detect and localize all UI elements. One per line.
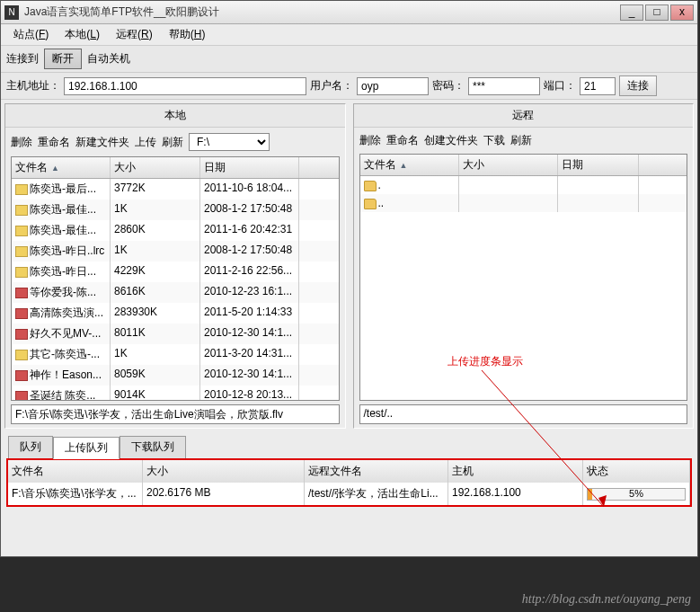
user-label: 用户名：: [310, 78, 353, 93]
tool-重命名[interactable]: 重命名: [38, 135, 70, 150]
table-row[interactable]: 其它-陈奕迅-...1K2011-3-20 14:31...: [12, 344, 339, 365]
col-header[interactable]: 大小: [459, 155, 558, 175]
remote-pane-title: 远程: [354, 104, 694, 128]
table-row[interactable]: 神作！Eason...8059K2010-12-30 14:1...: [12, 365, 339, 386]
col-header[interactable]: 文件名▲: [360, 155, 459, 175]
tool-新建文件夹[interactable]: 新建文件夹: [75, 135, 129, 150]
tool-刷新[interactable]: 刷新: [162, 135, 183, 150]
tool-下载[interactable]: 下载: [483, 133, 505, 148]
disconnect-button[interactable]: 断开: [44, 49, 82, 69]
tool-重命名[interactable]: 重命名: [386, 133, 419, 148]
queue-size: 202.6176 MB: [143, 483, 305, 505]
col-header[interactable]: 日期: [200, 157, 299, 178]
queue-col-header[interactable]: 远程文件名: [305, 460, 448, 483]
menu-站点[interactable]: 站点(F): [8, 25, 54, 44]
minimize-button[interactable]: _: [620, 4, 643, 21]
autoshutdown-label[interactable]: 自动关机: [87, 51, 130, 67]
upload-progress-bar: 5%: [587, 488, 686, 501]
menu-本地[interactable]: 本地(L): [59, 25, 105, 44]
menu-帮助[interactable]: 帮助(H): [164, 25, 211, 44]
menu-远程[interactable]: 远程(R): [111, 25, 158, 44]
table-row[interactable]: 等你爱我-陈...8616K2010-12-23 16:1...: [12, 282, 339, 303]
queue-col-header[interactable]: 文件名: [8, 460, 143, 483]
port-input[interactable]: [580, 77, 616, 95]
table-row[interactable]: .: [360, 176, 687, 194]
host-input[interactable]: [64, 77, 306, 95]
queue-col-header[interactable]: 主机: [448, 460, 583, 483]
drive-select[interactable]: F:\: [189, 133, 270, 151]
file-icon: [15, 350, 28, 360]
connect-button[interactable]: 连接: [619, 75, 657, 96]
file-icon: [15, 184, 28, 195]
file-icon: [15, 267, 28, 278]
tool-删除[interactable]: 删除: [359, 133, 381, 148]
queue-col-header[interactable]: 状态: [583, 460, 690, 483]
table-row[interactable]: 陈奕迅-最佳...1K2008-1-2 17:50:48: [12, 200, 339, 220]
file-icon: [364, 181, 377, 191]
queue-remote-name: /test//张学友，活出生命Li...: [305, 483, 448, 505]
file-icon: [364, 199, 377, 209]
app-icon: N: [4, 5, 19, 20]
file-icon: [15, 391, 28, 401]
col-header[interactable]: 大小: [111, 157, 200, 178]
file-icon: [15, 370, 28, 381]
file-icon: [15, 288, 28, 298]
local-pane-title: 本地: [5, 104, 345, 128]
close-button[interactable]: x: [670, 4, 694, 21]
pass-label: 密码：: [432, 78, 465, 93]
file-icon: [15, 226, 28, 236]
queue-host: 192.168.1.100: [448, 483, 583, 505]
col-header[interactable]: 文件名▲: [12, 157, 111, 178]
table-row[interactable]: 高清陈奕迅演...283930K2011-5-20 1:14:33: [12, 303, 339, 324]
file-icon: [15, 308, 28, 319]
table-row[interactable]: 好久不见MV-...8011K2010-12-30 14:1...: [12, 324, 339, 344]
tool-删除[interactable]: 删除: [11, 135, 32, 150]
table-row[interactable]: 圣诞结 陈奕...9014K2010-12-8 20:13...: [12, 386, 339, 401]
queue-filename: F:\音乐\陈奕迅\张学友，...: [8, 483, 143, 505]
tool-创建文件夹[interactable]: 创建文件夹: [424, 133, 478, 148]
pass-input[interactable]: [468, 77, 540, 95]
user-input[interactable]: [357, 77, 429, 95]
col-header[interactable]: 日期: [558, 155, 639, 175]
file-icon: [15, 246, 28, 257]
watermark: http://blog.csdn.net/ouyang_peng: [522, 592, 691, 607]
window-title: Java语言实现简单FTP软件__欧阳鹏设计: [24, 4, 620, 20]
queue-col-header[interactable]: 大小: [143, 460, 305, 483]
file-icon: [15, 205, 28, 216]
tab-队列[interactable]: 队列: [8, 436, 53, 458]
tool-上传[interactable]: 上传: [135, 135, 156, 150]
table-row[interactable]: 陈奕迅-昨日...4229K2011-2-16 22:56...: [12, 262, 339, 282]
tool-刷新[interactable]: 刷新: [510, 133, 532, 148]
queue-status: 5%: [583, 483, 690, 505]
tab-下载队列[interactable]: 下载队列: [120, 436, 186, 458]
table-row[interactable]: 陈奕迅-昨日..lrc1K2008-1-2 17:50:48: [12, 241, 339, 262]
file-icon: [15, 329, 28, 340]
remote-file-table[interactable]: 文件名▲大小日期 ...: [359, 154, 688, 401]
local-status: F:\音乐\陈奕迅\张学友，活出生命Live演唱会，欣赏版.flv: [11, 404, 340, 424]
maximize-button[interactable]: □: [645, 4, 669, 21]
remote-status: /test/..: [359, 404, 688, 424]
tab-上传队列[interactable]: 上传队列: [53, 437, 120, 459]
local-file-table[interactable]: 文件名▲大小日期 陈奕迅-最后...3772K2011-10-6 18:04..…: [11, 156, 340, 401]
connect-to-label: 连接到: [6, 51, 39, 67]
port-label: 端口：: [544, 78, 576, 93]
table-row[interactable]: ..: [360, 194, 687, 212]
table-row[interactable]: 陈奕迅-最佳...2860K2011-1-6 20:42:31: [12, 220, 339, 241]
host-label: 主机地址：: [6, 78, 60, 93]
table-row[interactable]: 陈奕迅-最后...3772K2011-10-6 18:04...: [12, 179, 339, 200]
